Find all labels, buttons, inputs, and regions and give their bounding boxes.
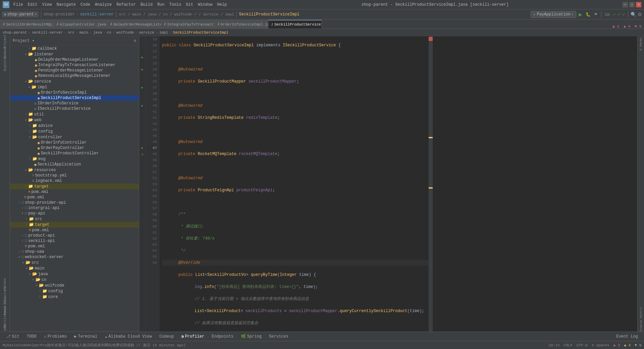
tree-service[interactable]: ▾ 📂 service xyxy=(10,79,139,84)
tree-controller[interactable]: ▾ 📂 controller xyxy=(10,134,139,140)
menu-analyze[interactable]: Analyze xyxy=(93,2,114,8)
endpoints-tab[interactable]: Endpoints xyxy=(208,334,237,340)
close-button[interactable]: ✕ xyxy=(636,2,641,7)
menu-navigate[interactable]: Navigate xyxy=(54,2,78,8)
run-button[interactable]: ▶ xyxy=(578,12,583,17)
code-editor[interactable]: ▶ ▶ ▶ ▶ ▶ ⚠ xyxy=(139,36,637,332)
tree-ws-config[interactable]: › 📁 config xyxy=(10,288,139,294)
alibaba-tab[interactable]: ☁ Alibaba Cloud View xyxy=(101,333,155,340)
bc-cn[interactable]: cn xyxy=(107,31,111,35)
tree-pending-listener[interactable]: ◉ PendingOrderMessageListener xyxy=(10,68,139,73)
tree-seckill-controller[interactable]: ◉ SeckillProductController xyxy=(10,151,139,156)
tree-web[interactable]: ▾ 📂 web xyxy=(10,117,139,123)
web-icon[interactable]: Web xyxy=(1,323,9,332)
maven-icon[interactable]: Maven xyxy=(639,38,643,47)
bc-impl[interactable]: impl xyxy=(159,31,168,35)
minimize-button[interactable]: ─ xyxy=(623,2,628,7)
settings-button[interactable]: ⚙ xyxy=(638,12,642,17)
tab-delay-order[interactable]: J DelayOrderMessageListener.java × xyxy=(107,20,161,29)
tree-logback[interactable]: X logback.xml xyxy=(10,178,139,184)
diagram-icon[interactable]: Diagram xyxy=(639,320,642,332)
maximize-button[interactable]: □ xyxy=(629,2,635,7)
tree-orderpay-controller[interactable]: ◉ OrderPayController xyxy=(10,145,139,151)
tree-websocket-server[interactable]: ▾ □ websocket-server xyxy=(10,254,139,260)
tree-advice[interactable]: › 📁 advice xyxy=(10,123,139,129)
search-button[interactable]: 🔍 xyxy=(631,12,636,17)
codeup-tab[interactable]: Codeup xyxy=(156,334,177,340)
terminal-tab[interactable]: ▶ Terminal xyxy=(71,333,101,340)
bc-class[interactable]: SeckillProductServiceImpl xyxy=(173,31,228,35)
menu-code[interactable]: Code xyxy=(78,2,92,8)
debug-button[interactable]: 🐛 xyxy=(585,12,592,17)
todo-tab[interactable]: TODO xyxy=(23,334,40,340)
bc-src[interactable]: src xyxy=(68,31,74,35)
spring-tab[interactable]: 🌿 Spring xyxy=(237,333,265,340)
menu-edit[interactable]: Edit xyxy=(26,2,40,8)
tab-integral[interactable]: J IntegralPayTxTransactionListener.java … xyxy=(161,20,215,29)
menu-view[interactable]: View xyxy=(40,2,54,8)
bc-service[interactable]: service xyxy=(139,31,154,35)
project-selector[interactable]: ◉ shop-parent ▾ xyxy=(2,11,39,17)
menu-file[interactable]: File xyxy=(11,2,25,8)
problems-tab[interactable]: ⚠ Problems xyxy=(40,333,70,340)
tree-orderinfo-controller[interactable]: ◉ OrderInfoController xyxy=(10,140,139,145)
menu-help[interactable]: Help xyxy=(215,2,229,8)
tree-pay-api-target[interactable]: › 📁 target xyxy=(10,222,139,228)
tree-resources[interactable]: ▾ 📂 resources xyxy=(10,167,139,173)
project-panel-icon[interactable]: Project xyxy=(1,38,9,46)
tree-shop-uaa[interactable]: › □ shop-uaa xyxy=(10,249,139,254)
menu-refactor[interactable]: Refactor xyxy=(114,2,138,8)
tree-target[interactable]: › 📁 target xyxy=(10,184,139,189)
tree-integral-listener[interactable]: ◉ IntegralPayTxTransactionListener xyxy=(10,62,139,68)
tab-seckill-order-mq[interactable]: J SeckillOrderResultMQListener.java × xyxy=(0,20,54,29)
bc-seckill-server[interactable]: seckill-server xyxy=(32,31,63,35)
menu-run[interactable]: Run xyxy=(155,2,167,8)
bc-main[interactable]: main xyxy=(79,31,88,35)
tree-pom-seckill[interactable]: M pom.xml xyxy=(10,189,139,195)
menu-build[interactable]: Build xyxy=(139,2,155,8)
explorer-icon[interactable]: Explorer xyxy=(1,59,9,67)
tree-pay-api-pom[interactable]: M pom.xml xyxy=(10,228,139,233)
tree-ws-main[interactable]: ▾ 📂 main xyxy=(10,265,139,271)
tree-msg[interactable]: › 📁 msg xyxy=(10,156,139,162)
bc-java[interactable]: java xyxy=(93,31,102,35)
tree-ws-cn[interactable]: ▾ 📂 cn xyxy=(10,277,139,283)
tree-pom-root[interactable]: M pom.xml xyxy=(10,195,139,200)
tree-pom-provider-api[interactable]: M pom.xml xyxy=(10,244,139,249)
tab-alipay[interactable]: J AlipayController.java × xyxy=(54,20,107,29)
tab-seckill-product-impl[interactable]: J SeckillProductServiceImpl.java × xyxy=(268,20,322,29)
vcs-button2[interactable]: ✓ xyxy=(618,12,621,17)
event-log-tab[interactable]: Event Log xyxy=(613,334,641,340)
bc-wolfcode[interactable]: wolfcode xyxy=(116,31,134,35)
tree-order-info-impl[interactable]: ◉ OrderInfoSeviceImpl xyxy=(10,90,139,95)
tree-ws-core[interactable]: › 📁 core xyxy=(10,294,139,300)
tab-order-info-impl[interactable]: J OrderInfoSeviceImpl.java × xyxy=(215,20,268,29)
tree-provider-api[interactable]: › □ shop-provider-api xyxy=(10,200,139,205)
tree-pay-api[interactable]: ▾ □ pay-api xyxy=(10,211,139,216)
bc-shop-parent[interactable]: shop-parent xyxy=(3,31,27,35)
run-config-selector[interactable]: ▶ PayApplication ▾ xyxy=(531,11,576,18)
tree-ws-wolfcode[interactable]: ▾ 📂 wolfcode xyxy=(10,283,139,288)
tree-impl[interactable]: ▾ 📂 impl xyxy=(10,84,139,90)
tree-seckill-app[interactable]: ◉ SeckillApplication xyxy=(10,162,139,167)
persistence-icon[interactable]: Persistence xyxy=(1,313,9,321)
tree-bootstrap[interactable]: Y bootstrap.yml xyxy=(10,173,139,178)
tree-config-web[interactable]: › 📁 config xyxy=(10,129,139,134)
profiler-tab[interactable]: ◑ Profiler xyxy=(178,333,208,340)
git-update-button[interactable]: Git: xyxy=(604,12,611,16)
git-tab[interactable]: ⎇ Git xyxy=(3,333,23,340)
tree-remove-listener[interactable]: ◉ RemoveLocalSignMessageListener xyxy=(10,73,139,79)
services-tab[interactable]: Services xyxy=(266,334,292,340)
tree-seckill-product-impl[interactable]: ◉ SeckillProductServiceImpl xyxy=(10,95,139,101)
mybatis-icon[interactable]: Mybatis xyxy=(639,307,642,318)
tree-product-api[interactable]: › □ product-api xyxy=(10,233,139,238)
tree-util[interactable]: › 📁 util xyxy=(10,111,139,117)
tree-iseckill-service[interactable]: ⊙ ISeckillProductService xyxy=(10,106,139,111)
sidebar-settings-icon[interactable]: ⚙ xyxy=(134,38,136,43)
menu-window[interactable]: Window xyxy=(196,2,214,8)
tree-pay-api-src[interactable]: › 📁 src xyxy=(10,216,139,222)
tree-iorder-service[interactable]: ⊙ IOrderInfoService xyxy=(10,101,139,106)
tree-intergral-api[interactable]: › □ intergral-api xyxy=(10,205,139,211)
vcs-button1[interactable]: ✓ xyxy=(613,12,616,17)
menu-tools[interactable]: Tools xyxy=(167,2,183,8)
